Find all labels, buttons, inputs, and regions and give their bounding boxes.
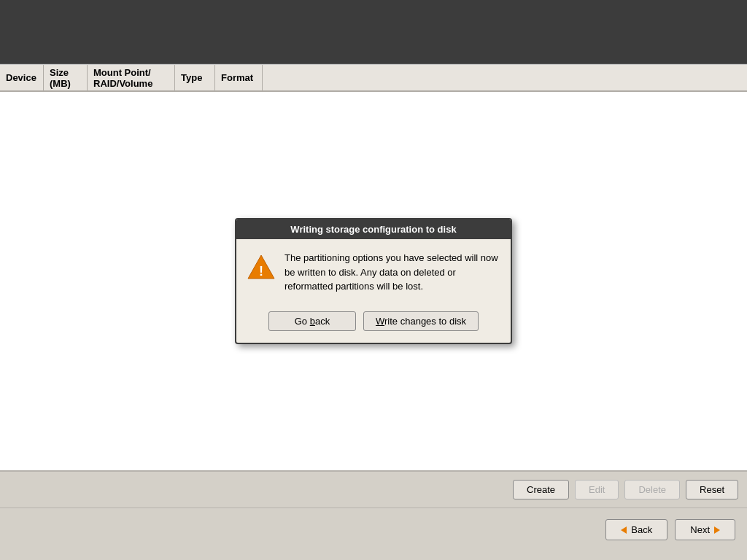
next-nav-button[interactable]: Next: [675, 519, 735, 540]
write-changes-button[interactable]: Write changes to disk: [363, 311, 479, 331]
create-button[interactable]: Create: [513, 480, 569, 499]
next-nav-label: Next: [690, 524, 710, 535]
column-header-type: Type: [175, 65, 215, 90]
top-banner: [0, 0, 747, 64]
dialog-buttons: Go back Write changes to disk: [236, 306, 511, 343]
dialog-overlay: Writing storage configuration to disk ! …: [0, 92, 747, 470]
back-nav-button[interactable]: Back: [605, 519, 667, 540]
next-arrow-icon: [714, 526, 720, 534]
svg-text:!: !: [259, 264, 263, 279]
partition-toolbar: Create Edit Delete Reset: [0, 471, 747, 508]
column-header-size: Size (MB): [44, 65, 88, 90]
column-header-device: Device: [0, 65, 44, 90]
write-config-dialog: Writing storage configuration to disk ! …: [235, 218, 512, 344]
reset-button[interactable]: Reset: [686, 480, 738, 499]
dialog-message: The partitioning options you have select…: [285, 251, 500, 294]
partition-table-area: Writing storage configuration to disk ! …: [0, 92, 747, 471]
column-header-format: Format: [215, 65, 263, 90]
partition-table-header: Device Size (MB) Mount Point/ RAID/Volum…: [0, 64, 747, 92]
dialog-body: ! The partitioning options you have sele…: [236, 239, 511, 306]
delete-button[interactable]: Delete: [624, 480, 680, 499]
dialog-title: Writing storage configuration to disk: [236, 219, 511, 239]
column-header-mount: Mount Point/ RAID/Volume: [88, 65, 175, 90]
back-arrow-icon: [621, 526, 627, 534]
nav-bar: Back Next: [0, 508, 747, 551]
back-nav-label: Back: [631, 524, 652, 535]
go-back-button[interactable]: Go back: [268, 311, 356, 331]
edit-button[interactable]: Edit: [575, 480, 619, 499]
warning-icon: !: [247, 252, 276, 281]
